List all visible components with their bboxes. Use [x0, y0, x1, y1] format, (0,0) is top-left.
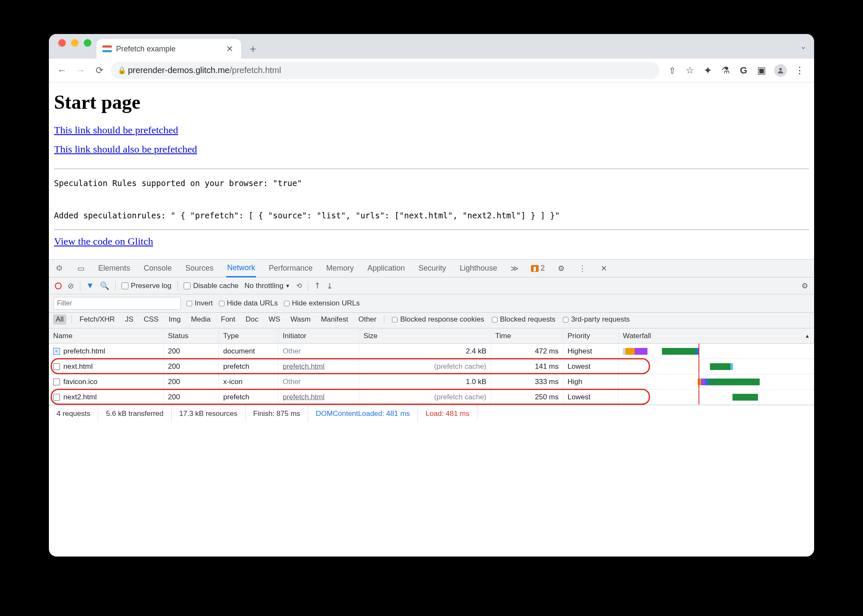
filter-icon[interactable]: ▼: [86, 281, 94, 290]
devtools-tab-application[interactable]: Application: [366, 260, 406, 277]
type-other[interactable]: Other: [356, 314, 379, 325]
throttling-select[interactable]: No throttling ▼: [244, 282, 290, 290]
favicon-icon: [102, 45, 112, 52]
disable-cache-checkbox[interactable]: Disable cache: [184, 282, 238, 290]
type-js[interactable]: JS: [122, 314, 136, 325]
new-tab-button[interactable]: ＋: [244, 40, 261, 57]
type-all[interactable]: All: [53, 314, 66, 325]
devtools-tab-console[interactable]: Console: [143, 260, 173, 277]
reload-button[interactable]: ⟳: [92, 63, 107, 78]
lock-icon: 🔒: [118, 66, 124, 74]
initiator-cell: Other: [278, 344, 359, 359]
type-ws[interactable]: WS: [266, 314, 283, 325]
network-conditions-icon[interactable]: ⟲: [296, 282, 302, 290]
type-font[interactable]: Font: [219, 314, 238, 325]
inspect-icon[interactable]: ⯐: [55, 264, 64, 273]
share-icon[interactable]: ⇧: [667, 65, 677, 76]
blocked-requests-checkbox[interactable]: Blocked requests: [492, 315, 555, 324]
maximize-window-icon[interactable]: [84, 39, 91, 47]
profile-avatar[interactable]: [774, 64, 787, 77]
upload-har-icon[interactable]: ⤒: [314, 281, 321, 291]
column-priority[interactable]: Priority: [563, 328, 619, 343]
table-row[interactable]: next.html200prefetchprefetch.html(prefet…: [49, 359, 814, 374]
forward-button[interactable]: →: [74, 63, 88, 78]
column-time[interactable]: Time: [491, 328, 563, 343]
devtools-tabs: ⯐ ▭ ElementsConsoleSourcesNetworkPerform…: [49, 260, 814, 277]
initiator-cell[interactable]: prefetch.html: [278, 359, 359, 374]
column-name[interactable]: Name: [49, 328, 164, 343]
clear-icon[interactable]: ⊘: [68, 281, 74, 291]
labs-icon[interactable]: ⚗: [721, 65, 731, 76]
device-toggle-icon[interactable]: ▭: [76, 264, 85, 273]
initiator-cell: Other: [278, 374, 359, 389]
invert-checkbox[interactable]: Invert: [187, 299, 213, 308]
extensions-icon[interactable]: ✦: [703, 65, 713, 76]
devtools-tab-sources[interactable]: Sources: [185, 260, 214, 277]
more-tabs-icon[interactable]: ≫: [510, 264, 519, 273]
column-size[interactable]: Size: [359, 328, 491, 343]
record-button[interactable]: [55, 283, 62, 289]
download-har-icon[interactable]: ⤓: [326, 281, 333, 291]
bookmark-icon[interactable]: ☆: [685, 65, 695, 76]
size-cell: 1.0 kB: [359, 374, 491, 389]
column-status[interactable]: Status: [164, 328, 219, 343]
console-output: Speculation Rules supported on your brow…: [54, 175, 809, 223]
type-manifest[interactable]: Manifest: [318, 314, 351, 325]
column-type[interactable]: Type: [219, 328, 278, 343]
blocked-cookies-checkbox[interactable]: Blocked response cookies: [392, 315, 484, 324]
third-party-checkbox[interactable]: 3rd-party requests: [563, 315, 630, 324]
hide-data-urls-checkbox[interactable]: Hide data URLs: [219, 299, 278, 308]
menu-icon[interactable]: ⋮: [795, 65, 805, 76]
network-filter-bar: Invert Hide data URLs Hide extension URL…: [49, 294, 814, 313]
close-window-icon[interactable]: [58, 39, 66, 47]
devtools-tab-lighthouse[interactable]: Lighthouse: [459, 260, 498, 277]
table-header: NameStatusTypeInitiatorSizeTimePriorityW…: [49, 328, 814, 344]
file-icon: [53, 379, 60, 385]
table-row[interactable]: ≡prefetch.html200documentOther2.4 kB472 …: [49, 344, 814, 359]
initiator-cell[interactable]: prefetch.html: [278, 390, 359, 404]
settings-icon[interactable]: ⚙: [556, 264, 566, 273]
preserve-log-checkbox[interactable]: Preserve log: [122, 282, 171, 290]
back-button[interactable]: ←: [55, 63, 69, 78]
devtools-tab-memory[interactable]: Memory: [325, 260, 355, 277]
type-css[interactable]: CSS: [141, 314, 161, 325]
address-bar[interactable]: 🔒 prerender-demos.glitch.me/prefetch.htm…: [111, 62, 659, 79]
browser-tab[interactable]: Prefetch example ✕: [97, 39, 241, 59]
prefetch-link-2[interactable]: This link should also be prefetched: [54, 144, 197, 155]
priority-cell: Lowest: [563, 390, 619, 404]
close-devtools-icon[interactable]: ✕: [599, 264, 608, 273]
summary-transferred: 5.6 kB transferred: [98, 405, 171, 422]
kebab-icon[interactable]: ⋮: [578, 264, 587, 273]
type-cell: prefetch: [219, 359, 278, 374]
type-img[interactable]: Img: [166, 314, 183, 325]
hide-extension-urls-checkbox[interactable]: Hide extension URLs: [284, 299, 360, 308]
issues-badge[interactable]: ▮2: [531, 264, 545, 273]
column-waterfall[interactable]: Waterfall▲: [619, 328, 814, 343]
network-summary: 4 requests 5.6 kB transferred 17.3 kB re…: [49, 405, 814, 422]
devtools-tab-network[interactable]: Network: [226, 260, 256, 277]
summary-finish: Finish: 875 ms: [246, 405, 309, 422]
table-row[interactable]: next2.html200prefetchprefetch.html(prefe…: [49, 390, 814, 405]
type-cell: x-icon: [219, 374, 278, 389]
column-initiator[interactable]: Initiator: [278, 328, 359, 343]
type-wasm[interactable]: Wasm: [288, 314, 313, 325]
network-settings-icon[interactable]: ⚙: [801, 281, 808, 291]
table-row[interactable]: favicon.ico200x-iconOther1.0 kB333 msHig…: [49, 374, 814, 390]
search-icon[interactable]: 🔍: [100, 281, 109, 291]
prefetch-link-1[interactable]: This link should be prefetched: [54, 124, 178, 136]
devtools-tab-elements[interactable]: Elements: [97, 260, 131, 277]
minimize-window-icon[interactable]: [71, 39, 79, 47]
devtools-tab-performance[interactable]: Performance: [268, 260, 313, 277]
priority-cell: Lowest: [563, 359, 619, 374]
sidepanel-icon[interactable]: ▣: [756, 65, 766, 76]
type-fetchxhr[interactable]: Fetch/XHR: [77, 314, 117, 325]
type-media[interactable]: Media: [188, 314, 213, 325]
type-cell: prefetch: [219, 390, 278, 404]
devtools-tab-security[interactable]: Security: [417, 260, 447, 277]
tabs-menu-icon[interactable]: ⌄: [800, 42, 806, 51]
close-tab-icon[interactable]: ✕: [224, 44, 235, 54]
glitch-link[interactable]: View the code on Glitch: [54, 236, 153, 247]
type-doc[interactable]: Doc: [243, 314, 261, 325]
filter-input[interactable]: [53, 297, 181, 310]
google-icon[interactable]: G: [738, 65, 749, 76]
